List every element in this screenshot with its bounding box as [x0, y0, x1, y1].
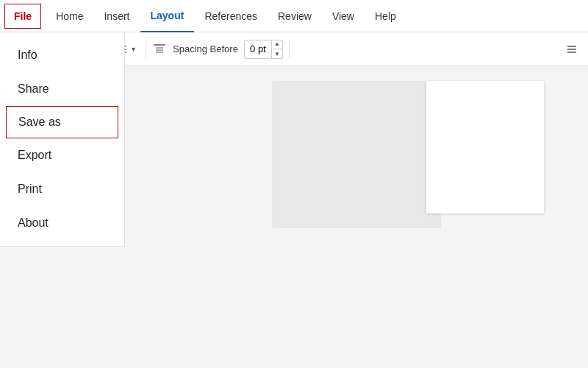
spacing-before-label: Spacing Before	[173, 43, 238, 54]
spacing-up-arrow[interactable]: ▲	[272, 40, 282, 50]
menu-item-home[interactable]: Home	[46, 0, 93, 32]
spacing-arrows: ▲ ▼	[271, 40, 282, 59]
menu-item-references[interactable]: References	[194, 0, 268, 32]
menu-item-help[interactable]: Help	[365, 0, 406, 32]
overflow-icon	[566, 43, 578, 55]
toolbar-separator-2	[289, 40, 290, 58]
dropdown-item-about[interactable]: About	[0, 206, 124, 240]
chevron-down-icon3: ▾	[132, 45, 135, 53]
dropdown-item-save-as[interactable]: Save as	[6, 106, 118, 138]
spacing-before-value: 0 pt	[245, 42, 271, 56]
menu-item-insert[interactable]: Insert	[93, 0, 140, 32]
page-preview-gray	[272, 81, 441, 228]
toolbar-overflow-button[interactable]	[562, 40, 582, 58]
menu-item-review[interactable]: Review	[268, 0, 322, 32]
menu-item-file[interactable]: File	[4, 4, 41, 29]
spacing-before-input[interactable]: 0 pt ▲ ▼	[244, 40, 283, 59]
file-dropdown-menu: Info Share Save as Export Print About	[0, 32, 125, 247]
spacing-down-arrow[interactable]: ▼	[272, 49, 282, 59]
dropdown-item-print[interactable]: Print	[0, 172, 124, 206]
menu-item-layout[interactable]: Layout	[140, 0, 195, 32]
dropdown-item-export[interactable]: Export	[0, 138, 124, 172]
dropdown-item-share[interactable]: Share	[0, 72, 124, 106]
page-preview-white	[426, 81, 544, 213]
spacing-before-icon	[152, 42, 167, 57]
menu-item-view[interactable]: View	[322, 0, 365, 32]
menu-bar: File Home Insert Layout References Revie…	[0, 0, 588, 32]
toolbar-separator-1	[146, 40, 146, 58]
dropdown-item-info[interactable]: Info	[0, 38, 124, 72]
